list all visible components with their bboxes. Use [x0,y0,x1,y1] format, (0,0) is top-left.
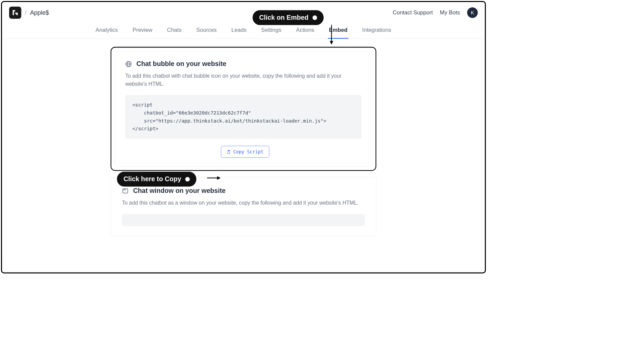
my-bots-link[interactable]: My Bots [440,9,460,16]
callout-embed-text: Click on Embed [259,14,308,21]
callout-copy-text: Click here to Copy [124,175,181,183]
tab-actions[interactable]: Actions [295,23,315,39]
tabs: Analytics Preview Chats Sources Leads Se… [2,23,485,39]
copy-script-label: Copy Script [233,149,263,155]
arrow-down-icon [329,25,334,45]
embed-bubble-card: Chat bubble on your website To add this … [110,47,376,171]
card-header: Chat window on your website [122,187,365,195]
svg-point-7 [125,190,125,190]
tab-sources[interactable]: Sources [195,23,218,39]
bot-name[interactable]: Apple$ [30,9,49,16]
breadcrumb-separator: / [25,9,26,16]
tab-integrations[interactable]: Integrations [361,23,392,39]
copy-script-button[interactable]: Copy Script [221,146,269,158]
logo-icon [11,9,19,17]
tab-leads[interactable]: Leads [230,23,247,39]
contact-support-link[interactable]: Contact Support [393,9,433,16]
card-title: Chat bubble on your website [136,60,226,68]
tab-chats[interactable]: Chats [166,23,183,39]
logo[interactable] [9,7,21,19]
header-left: / Apple$ [9,7,49,19]
globe-icon [125,61,132,67]
code-snippet: <script chatbot_id="66e3e3020dc7213dc62c… [125,95,361,139]
card-description: To add this chatbot as a window on your … [122,199,365,207]
arrow-right-icon [207,175,221,180]
card-title: Chat window on your website [133,187,226,195]
callout-dot [313,15,317,20]
callout-dot [185,177,190,182]
callout-embed: Click on Embed [252,10,323,25]
svg-point-8 [126,190,126,190]
svg-rect-5 [123,189,128,193]
tab-analytics[interactable]: Analytics [95,23,119,39]
card-header: Chat bubble on your website [125,60,361,68]
clipboard-icon [227,150,231,154]
content: Chat bubble on your website To add this … [2,39,485,244]
callout-copy: Click here to Copy [117,172,196,187]
code-snippet-placeholder [122,214,365,226]
svg-point-6 [124,190,124,190]
window-icon [122,188,129,194]
card-description: To add this chatbot with chat bubble ico… [125,72,361,88]
header: / Apple$ Contact Support My Bots K [2,2,485,23]
avatar[interactable]: K [467,7,478,18]
tab-settings[interactable]: Settings [260,23,282,39]
svg-marker-12 [217,176,221,180]
header-right: Contact Support My Bots K [393,7,478,18]
tab-preview[interactable]: Preview [132,23,153,39]
svg-marker-10 [330,41,333,45]
